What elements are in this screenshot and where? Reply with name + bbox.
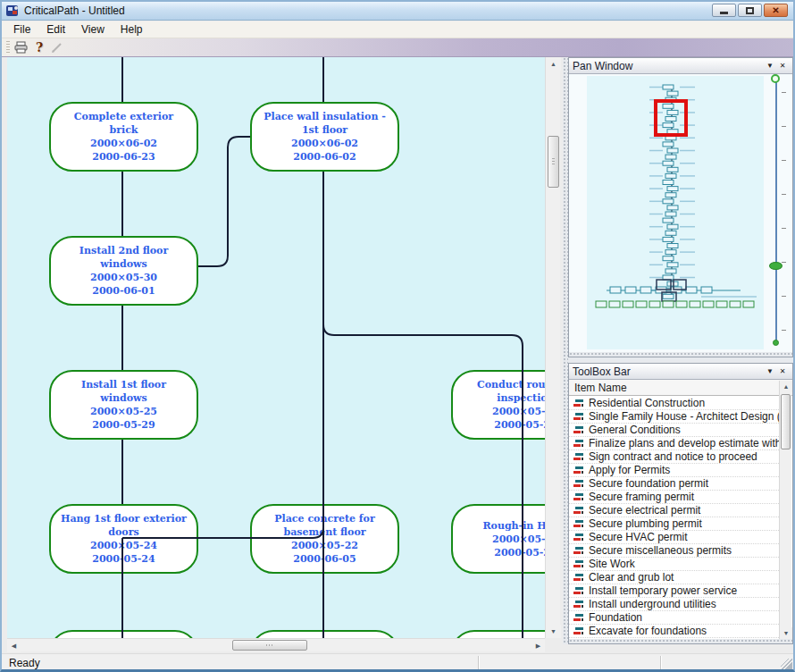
menu-file[interactable]: File <box>5 21 38 38</box>
toolbox-item[interactable]: Single Family House - Architect Design (… <box>569 410 779 424</box>
toolbox-item[interactable]: Install underground utilities <box>569 598 779 611</box>
task-icon <box>573 532 585 542</box>
toolbox-item-label: Single Family House - Architect Design (… <box>589 410 779 423</box>
task-node[interactable]: Install 1st floor windows2000×05-252000-… <box>49 370 198 440</box>
toolbox-scrollbar[interactable]: ▲ ▼ <box>779 381 791 639</box>
toolbox-item[interactable]: General Conditions <box>569 424 779 437</box>
task-node-partial[interactable] <box>250 630 399 638</box>
node-title: Rough-in HVAC <box>482 519 545 533</box>
toolbox-item-label: Finalize plans and develop estimate with… <box>589 437 779 449</box>
toolbox-item[interactable]: Excavate for foundations <box>569 625 779 638</box>
toolbox-item[interactable]: Finalize plans and develop estimate with… <box>569 437 779 450</box>
resize-grip[interactable] <box>781 659 792 670</box>
diagram-canvas[interactable]: Complete exterior brick2000×06-022000-06… <box>7 57 545 638</box>
node-finish-date: 2000-05-24 <box>494 546 545 559</box>
minimap[interactable] <box>587 76 764 349</box>
node-title: Hang 1st floor exterior doors <box>58 512 189 539</box>
horizontal-scroll-thumb[interactable] <box>232 640 307 651</box>
pan-window-title: Pan Window <box>573 60 764 72</box>
task-icon <box>573 505 585 516</box>
pane-close-icon[interactable]: ✕ <box>776 365 789 378</box>
node-start-date: 2000×05-25 <box>90 405 157 418</box>
canvas-horizontal-scrollbar[interactable]: ◀ ▶ <box>7 638 545 651</box>
pane-menu-icon[interactable]: ▼ <box>764 365 776 378</box>
item-name-column-header[interactable]: Item Name <box>569 380 792 396</box>
task-node[interactable]: Hang 1st floor exterior doors2000×05-242… <box>49 504 198 574</box>
node-title: Place wall insulation - 1st floor <box>259 110 390 137</box>
zoom-slider-track[interactable] <box>775 80 777 344</box>
task-node[interactable]: Place wall insulation - 1st floor2000×06… <box>250 102 399 172</box>
toolbox-header[interactable]: ToolBox Bar ▼ ✕ <box>569 364 792 380</box>
task-icon <box>573 612 585 623</box>
toolbox-item-label: Apply for Permits <box>589 464 670 476</box>
scroll-up-arrow[interactable]: ▲ <box>546 57 561 71</box>
menu-edit[interactable]: Edit <box>38 21 73 38</box>
toolbox-item-label: Secure framing permit <box>589 491 694 503</box>
zoom-slider-thumb[interactable] <box>769 262 782 270</box>
task-icon <box>573 518 585 529</box>
toolbox-item[interactable]: Secure electrical permit <box>569 504 779 517</box>
toolbox-item[interactable]: Foundation <box>569 611 779 625</box>
toolbox-item-label: Install temporary power service <box>589 584 737 597</box>
node-title: Install 2nd floor windows <box>58 244 189 271</box>
scroll-up-arrow[interactable]: ▲ <box>780 381 792 392</box>
maximize-button[interactable] <box>738 4 762 17</box>
task-node[interactable]: Complete exterior brick2000×06-022000-06… <box>49 102 198 172</box>
pane-menu-icon[interactable]: ▼ <box>764 60 776 72</box>
toolbox-item[interactable]: Secure foundation permit <box>569 477 779 491</box>
zoom-slider[interactable] <box>767 74 794 349</box>
toolbox-item-label: Secure electrical permit <box>589 504 700 517</box>
toolbar-grip[interactable] <box>6 41 10 55</box>
slider-tick <box>782 296 786 297</box>
toolbox-item[interactable]: Install temporary power service <box>569 584 779 598</box>
toolbox-item-label: General Conditions <box>589 424 681 436</box>
pane-resize-hatch[interactable] <box>569 639 792 643</box>
toolbox-item-label: Secure foundation permit <box>589 477 708 490</box>
print-button[interactable] <box>13 39 30 55</box>
scroll-left-arrow[interactable]: ◀ <box>7 639 21 652</box>
toolbox-item[interactable]: Apply for Permits <box>569 464 779 477</box>
annotate-button[interactable] <box>48 39 66 55</box>
help-button[interactable]: ? <box>30 39 48 55</box>
toolbox-item[interactable]: Site Work <box>569 558 779 571</box>
canvas-vertical-scrollbar[interactable]: ▲ ▼ <box>545 57 560 638</box>
scroll-right-arrow[interactable]: ▶ <box>531 639 545 652</box>
task-icon <box>573 451 585 462</box>
menu-view[interactable]: View <box>73 21 113 38</box>
task-node-partial[interactable] <box>49 630 198 638</box>
pane-close-icon[interactable]: ✕ <box>776 60 789 72</box>
slider-tick <box>782 194 786 195</box>
toolbox-pane: ToolBox Bar ▼ ✕ Item Name Residential Co… <box>568 363 793 644</box>
minimize-button[interactable] <box>712 4 736 17</box>
vertical-scroll-thumb[interactable] <box>548 136 559 188</box>
toolbox-item[interactable]: Secure plumbing permit <box>569 517 779 531</box>
menu-help[interactable]: Help <box>113 21 151 38</box>
scroll-down-arrow[interactable]: ▼ <box>546 625 561 638</box>
toolbox-item[interactable]: Secure HVAC permit <box>569 531 779 544</box>
toolbox-item[interactable]: Secure framing permit <box>569 491 779 504</box>
scroll-down-arrow[interactable]: ▼ <box>780 627 792 639</box>
pan-window-header[interactable]: Pan Window ▼ ✕ <box>569 58 792 74</box>
dock-panel: Pan Window ▼ ✕ ToolBox <box>563 57 793 644</box>
toolbox-item[interactable]: Clear and grub lot <box>569 571 779 584</box>
task-node[interactable]: Rough-in HVAC2000×05-222000-05-24 <box>451 504 545 574</box>
task-node[interactable]: Place concrete for basement floor2000×05… <box>250 504 399 574</box>
pane-resize-hatch[interactable] <box>569 352 792 357</box>
node-start-date: 2000×06-02 <box>291 137 358 150</box>
toolbox-item[interactable]: Residential Construction <box>569 397 779 410</box>
toolbox-title: ToolBox Bar <box>573 365 764 378</box>
toolbox-scroll-thumb[interactable] <box>781 394 791 449</box>
toolbox-item[interactable]: Secure miscellaneous permits <box>569 544 779 558</box>
task-node[interactable]: Install 2nd floor windows2000×05-302000-… <box>49 236 198 306</box>
task-icon <box>573 424 585 435</box>
zoom-slider-bottom-knob[interactable] <box>773 340 779 346</box>
close-button[interactable]: ✕ <box>764 4 788 17</box>
pan-window-pane: Pan Window ▼ ✕ <box>568 57 793 357</box>
task-node[interactable]: Conduct rough-in inspection2000×05-25200… <box>451 370 545 440</box>
printer-icon <box>14 41 29 54</box>
toolbox-item[interactable]: Sign contract and notice to proceed <box>569 450 779 464</box>
app-icon <box>6 4 20 17</box>
task-node-partial[interactable] <box>451 630 545 638</box>
node-finish-date: 2000-05-25 <box>494 418 545 432</box>
zoom-slider-top-knob[interactable] <box>771 74 780 83</box>
